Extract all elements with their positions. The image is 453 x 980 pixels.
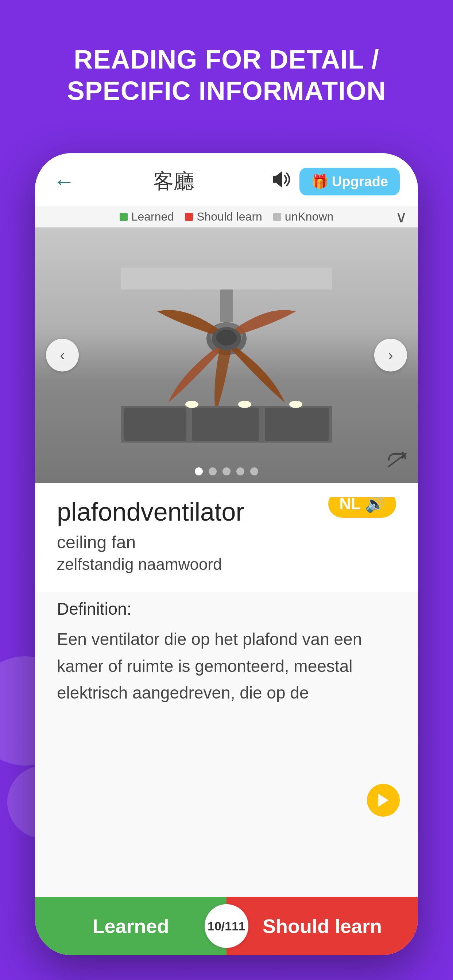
carousel-prev-button[interactable]: ‹ <box>46 339 79 372</box>
unknown-dot <box>273 213 281 221</box>
svg-rect-1 <box>220 290 233 322</box>
svg-rect-9 <box>265 408 329 441</box>
phone-frame: ← 客廳 🎁 Upgrade Learned <box>35 153 418 955</box>
legend-learned: Learned <box>120 210 174 223</box>
language-badge-label: NL <box>339 497 361 513</box>
carousel-next-button[interactable]: › <box>374 339 407 372</box>
legend-unknown: unKnown <box>273 210 333 223</box>
should-learn-button[interactable]: Should learn <box>226 897 418 955</box>
word-pos: zelfstandig naamwoord <box>57 555 396 573</box>
unknown-label: unKnown <box>285 210 333 223</box>
top-section: READING FOR DETAIL / SPECIFIC INFORMATIO… <box>0 0 453 129</box>
ceiling-fan-illustration <box>121 267 332 442</box>
speaker-icon: 🔊 <box>365 497 385 513</box>
upgrade-icon: 🎁 <box>311 173 328 189</box>
svg-point-10 <box>185 401 198 408</box>
header-actions: 🎁 Upgrade <box>272 168 400 196</box>
svg-rect-8 <box>192 408 259 441</box>
carousel-dot-3[interactable] <box>222 468 231 476</box>
legend-should-learn: Should learn <box>185 210 262 223</box>
page-title: READING FOR DETAIL / SPECIFIC INFORMATIO… <box>29 44 424 107</box>
svg-point-12 <box>289 401 302 408</box>
svg-marker-14 <box>378 794 388 807</box>
app-header: ← 客廳 🎁 Upgrade <box>35 153 418 206</box>
definition-label: Definition: <box>57 599 396 619</box>
learned-label: Learned <box>131 210 174 223</box>
language-badge[interactable]: NL 🔊 <box>328 497 396 518</box>
svg-rect-0 <box>121 267 332 290</box>
phone-mockup: ← 客廳 🎁 Upgrade Learned <box>35 153 418 955</box>
play-button[interactable] <box>367 784 400 817</box>
carousel-dot-4[interactable] <box>236 468 244 476</box>
word-section: NL 🔊 plafondventilator ceiling fan zelfs… <box>35 483 418 592</box>
header-title: 客廳 <box>153 168 194 196</box>
legend-chevron-icon[interactable]: ∨ <box>396 207 407 226</box>
bottom-action-bar: Learned Should learn 10/111 <box>35 897 418 955</box>
definition-text: Een ventilator die op het plafond van ee… <box>57 626 396 706</box>
upgrade-button[interactable]: 🎁 Upgrade <box>300 168 400 196</box>
upgrade-label: Upgrade <box>332 174 388 189</box>
carousel-dot-1[interactable] <box>195 468 203 476</box>
word-translation: ceiling fan <box>57 532 396 552</box>
back-button[interactable]: ← <box>53 170 75 192</box>
should-learn-label: Should learn <box>196 210 262 223</box>
should-learn-dot <box>185 213 193 221</box>
carousel-dots <box>195 468 258 476</box>
carousel-dot-2[interactable] <box>209 468 217 476</box>
carousel-dot-5[interactable] <box>250 468 258 476</box>
definition-section: Definition: Een ventilator die op het pl… <box>35 592 418 897</box>
audio-icon[interactable] <box>272 170 292 193</box>
progress-counter: 10/111 <box>205 904 248 948</box>
carousel-image <box>35 228 418 483</box>
no-repeat-icon[interactable] <box>387 452 407 472</box>
svg-point-11 <box>238 401 251 408</box>
learned-dot <box>120 213 128 221</box>
learned-button[interactable]: Learned <box>35 897 226 955</box>
svg-rect-7 <box>124 408 187 441</box>
carousel: ‹ › <box>35 228 418 483</box>
legend-bar: Learned Should learn unKnown ∨ <box>35 206 418 228</box>
svg-point-5 <box>216 329 237 345</box>
